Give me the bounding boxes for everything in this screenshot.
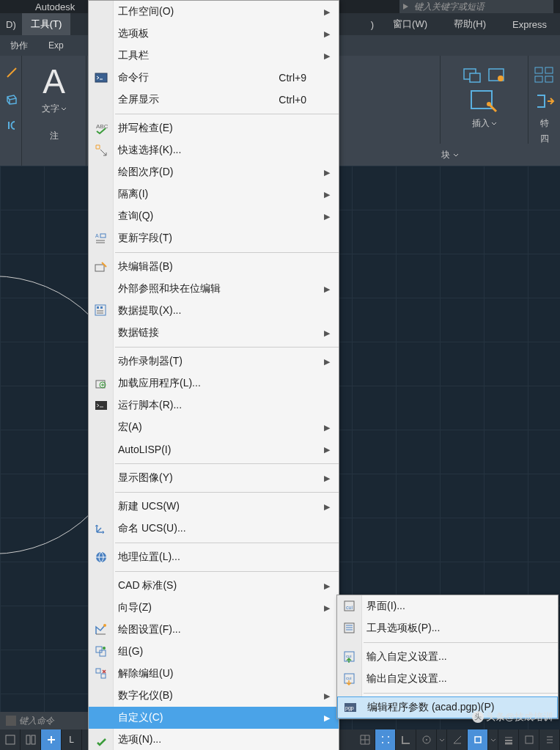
menu-item-15[interactable]: 数据提取(X)... [89, 300, 339, 322]
text-tool-label[interactable]: 文字 [42, 103, 67, 115]
menu-item-11[interactable]: A更新字段(T) [89, 227, 339, 249]
menu-separator [115, 571, 339, 572]
sb-lwt[interactable] [498, 729, 519, 750]
field-icon: A [93, 230, 109, 246]
menu-item-label: 更新字段(T) [118, 232, 172, 245]
sb-chevron2[interactable] [488, 729, 498, 750]
sb-osnap[interactable] [468, 729, 488, 750]
menu-item-33[interactable]: 绘图设置(F)... [89, 619, 339, 641]
menu-item-4[interactable]: 全屏显示Ctrl+0 [89, 89, 339, 111]
subset-icon[interactable] [5, 119, 18, 132]
menu-item-1[interactable]: 选项板▶ [89, 23, 339, 45]
menu-item-label: 新建 UCS(W) [118, 500, 180, 513]
menu-item-36[interactable]: 数字化仪(B)▶ [89, 685, 339, 707]
sb-plus[interactable] [41, 729, 62, 750]
options-icon [93, 732, 109, 748]
menu-item-label: CAD 标准(S) [118, 579, 177, 592]
command-line[interactable]: 键入命令 [0, 712, 88, 729]
submenu-arrow-icon: ▶ [324, 51, 330, 61]
sb-snap[interactable] [375, 729, 396, 750]
menu-item-21[interactable]: 宏(A)▶ [89, 416, 339, 438]
menu-item-d[interactable]: D) [0, 19, 22, 30]
sb-angle[interactable] [447, 729, 468, 750]
menu-item-31[interactable]: CAD 标准(S)▶ [89, 575, 339, 597]
tab-express[interactable]: Exp [38, 40, 74, 51]
menu-item-2[interactable]: 工具栏▶ [89, 45, 339, 67]
submenu-item-3[interactable]: cui输入自定义设置... [337, 646, 558, 668]
sb-more[interactable] [539, 729, 560, 750]
menu-item-help[interactable]: 帮助(H) [441, 18, 499, 31]
chevron-down-icon [453, 153, 459, 157]
menu-item-27[interactable]: 命名 UCS(U)... [89, 518, 339, 540]
menu-item-label: 向导(Z) [118, 601, 152, 614]
menu-item-8[interactable]: 绘图次序(D)▶ [89, 161, 339, 183]
menu-item-14[interactable]: 外部参照和块在位编辑▶ [89, 278, 339, 300]
menu-item-tools[interactable]: 工具(T) [22, 13, 71, 35]
svg-rect-24 [100, 234, 106, 238]
menu-item-7[interactable]: 快速选择(K)... [89, 139, 339, 161]
menu-item-9[interactable]: 隔离(I)▶ [89, 183, 339, 205]
menu-item-13[interactable]: 块编辑器(B) [89, 256, 339, 278]
import-icon: cui [342, 649, 358, 665]
menu-item-express[interactable]: Express [499, 19, 560, 30]
sb-ortho[interactable] [396, 729, 416, 750]
submenu-arrow-icon: ▶ [324, 691, 330, 701]
box-icon[interactable] [5, 92, 18, 106]
menu-item-16[interactable]: 数据链接▶ [89, 322, 339, 344]
text-tool-icon[interactable]: A [43, 59, 65, 101]
menu-item-window[interactable]: 窗口(W) [380, 18, 441, 31]
submenu-item-4[interactable]: cui输出自定义设置... [337, 668, 558, 690]
menu-item-26[interactable]: 新建 UCS(W)▶ [89, 496, 339, 518]
menu-item-32[interactable]: 向导(Z)▶ [89, 597, 339, 619]
menu-item-label: 隔离(I) [118, 188, 148, 201]
menu-item-37[interactable]: 自定义(C)▶ [89, 707, 339, 729]
menu-item-35[interactable]: 解除编组(U) [89, 663, 339, 685]
svg-rect-9 [545, 76, 553, 82]
menu-item-label: 组(G) [118, 645, 143, 658]
match-icon[interactable] [534, 92, 555, 110]
sb-tr[interactable] [519, 729, 539, 750]
panel-caption-te: 特 [540, 116, 549, 131]
insert-label[interactable]: 插入 [472, 117, 497, 130]
menu-item-22[interactable]: AutoLISP(I)▶ [89, 438, 339, 460]
menu-item-18[interactable]: 动作录制器(T)▶ [89, 350, 339, 372]
submenu-arrow-icon: ▶ [324, 190, 330, 199]
submenu-item-0[interactable]: cui界面(I)... [337, 595, 558, 617]
svg-rect-7 [545, 67, 553, 73]
menu-item-34[interactable]: 组(G) [89, 641, 339, 663]
menu-item-label: 宏(A) [118, 421, 142, 434]
search-box[interactable]: 键入关键字或短语 [399, 0, 553, 13]
props-icon[interactable] [534, 66, 556, 85]
sb-grid[interactable] [355, 729, 375, 750]
block-panel-caption[interactable]: 块 [340, 144, 560, 166]
menu-item-20[interactable]: 运行脚本(R)... [89, 394, 339, 416]
menu-item-label: 绘图次序(D) [118, 166, 173, 179]
sb-polar[interactable] [416, 729, 437, 750]
svg-point-36 [103, 647, 106, 650]
sb-model[interactable] [0, 729, 21, 750]
menu-item-38[interactable]: 选项(N)... [89, 729, 339, 750]
insert-block-icon[interactable] [487, 66, 506, 84]
submenu-arrow-icon: ▶ [324, 423, 330, 433]
ucs-icon [93, 521, 109, 537]
menu-item-6[interactable]: ABC拼写检查(E) [89, 117, 339, 139]
cmdline-prompt: 键入命令 [19, 715, 54, 727]
sb-chevron[interactable] [437, 729, 447, 750]
sb-l[interactable]: L [62, 729, 82, 750]
menu-item-19[interactable]: 加载应用程序(L)... [89, 372, 339, 394]
sb-layout[interactable] [21, 729, 41, 750]
menu-item-0[interactable]: 工作空间(O)▶ [89, 1, 339, 23]
menu-item-29[interactable]: 地理位置(L)... [89, 546, 339, 568]
insert-large-icon[interactable] [468, 88, 501, 116]
submenu-item-1[interactable]: 工具选项板(P)... [337, 617, 558, 639]
menu-item-label: 选项板 [118, 27, 149, 40]
menu-item-label: 命令行 [118, 71, 149, 84]
menu-item-24[interactable]: 显示图像(Y)▶ [89, 467, 339, 489]
menu-item-3[interactable]: 命令行Ctrl+9 [89, 67, 339, 89]
insert-xref-icon[interactable] [463, 66, 482, 84]
tab-xiezuo[interactable]: 协作 [0, 40, 38, 52]
line-icon[interactable] [5, 66, 18, 79]
svg-point-16 [388, 742, 389, 743]
submenu-arrow-icon: ▶ [324, 713, 330, 723]
menu-item-10[interactable]: 查询(Q)▶ [89, 205, 339, 227]
